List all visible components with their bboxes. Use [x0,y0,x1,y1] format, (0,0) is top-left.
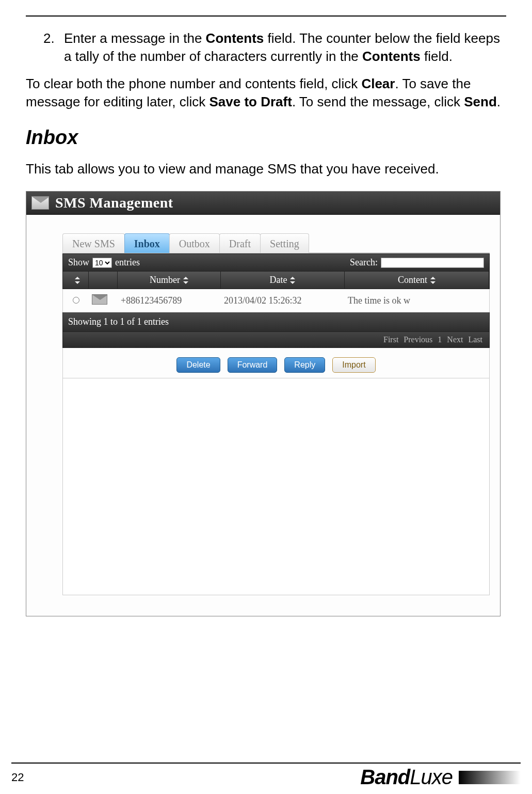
t: Enter a message in the [64,30,206,46]
tab-setting[interactable]: Setting [260,233,309,253]
forward-button[interactable]: Forward [228,357,278,373]
row-content: The time is ok w [345,295,489,306]
screenshot-sms-inbox: SMS Management New SMS Inbox Outbox Draf… [26,191,501,616]
brand-a: Band [360,766,410,788]
col-number[interactable]: Number [118,272,221,289]
step-2: 2. Enter a message in the Contents field… [43,29,506,66]
col-label: Number [150,275,180,285]
table-header: Number Date Content [62,272,490,289]
pager-next[interactable]: Next [447,335,463,344]
pager-page[interactable]: 1 [438,335,442,344]
row-number: +886123456789 [118,295,221,306]
inbox-intro: This tab allows you to view and manage S… [26,160,506,178]
show-label-a: Show [68,257,89,268]
message-icon [92,294,107,305]
col-label: Date [270,275,287,285]
table-toolbar: Show 10 entries Search: [62,253,490,272]
pager-prev[interactable]: Previous [404,335,432,344]
sort-icon [290,277,295,284]
col-select[interactable] [63,272,89,289]
page-footer: 22 BandLuxe [0,763,532,789]
pager-first[interactable]: First [383,335,398,344]
table-status: Showing 1 to 1 of 1 entries [62,312,490,332]
heading-inbox: Inbox [26,126,506,149]
pager: First Previous 1 Next Last [62,332,490,348]
search-label: Search: [350,257,378,268]
t-bold: Contents [362,49,421,64]
top-rule [26,15,506,17]
col-status [89,272,118,289]
import-button[interactable]: Import [332,357,375,373]
entries-select[interactable]: 10 [92,258,112,268]
show-label-b: entries [115,257,140,268]
t: field. [421,49,453,64]
t-bold: Contents [206,30,264,46]
tabs: New SMS Inbox Outbox Draft Setting [62,233,490,253]
sort-icon [183,277,188,284]
step-text: Enter a message in the Contents field. T… [64,29,506,66]
t-bold: Clear [361,76,395,91]
t: . To send the message, click [292,94,464,109]
row-date: 2013/04/02 15:26:32 [221,295,345,306]
tab-outbox[interactable]: Outbox [169,233,220,253]
sort-icon [75,277,80,284]
delete-button[interactable]: Delete [176,357,220,373]
gradient-bar-icon [459,771,521,784]
col-label: Content [398,275,427,285]
col-content[interactable]: Content [345,272,489,289]
t: . [497,94,501,109]
paragraph-actions: To clear both the phone number and conte… [26,75,506,111]
col-date[interactable]: Date [221,272,345,289]
row-radio[interactable] [63,295,89,306]
select-radio[interactable] [73,297,79,304]
app-title: SMS Management [55,195,173,211]
brand-b: Luxe [410,766,453,788]
reply-button[interactable]: Reply [284,357,325,373]
step-number: 2. [43,29,64,66]
blank-area [62,378,490,595]
tab-draft[interactable]: Draft [219,233,261,253]
app-titlebar: SMS Management [26,192,500,215]
brand-logo: BandLuxe [360,766,453,789]
t-bold: Save to Draft [209,94,292,109]
t-bold: Send [464,94,497,109]
search-input[interactable] [381,258,484,268]
envelope-icon [31,196,49,210]
tab-inbox[interactable]: Inbox [124,233,170,253]
sort-icon [430,277,436,284]
page-number: 22 [11,771,42,784]
footer-rule [11,763,521,764]
t: To clear both the phone number and conte… [26,76,361,91]
row-icon [89,294,118,307]
tab-new-sms[interactable]: New SMS [62,233,125,253]
action-bar: Delete Forward Reply Import [62,348,490,378]
pager-last[interactable]: Last [468,335,482,344]
table-row[interactable]: +886123456789 2013/04/02 15:26:32 The ti… [62,289,490,312]
